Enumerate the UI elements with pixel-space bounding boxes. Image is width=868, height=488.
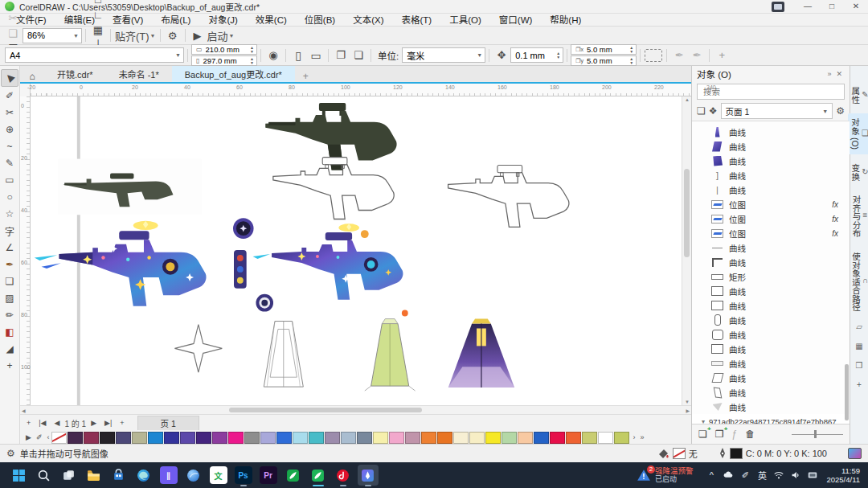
taskbar-photoshop-icon[interactable]: Ps bbox=[233, 465, 254, 486]
new-layer-icon[interactable]: ❏+ bbox=[698, 429, 707, 440]
pen-input-icon[interactable]: ✐ bbox=[738, 470, 752, 481]
page-width-field[interactable]: ▭ ▲▼ bbox=[191, 44, 257, 55]
color-swatch[interactable] bbox=[228, 432, 244, 444]
horizontal-scroll-thumb[interactable] bbox=[229, 408, 422, 412]
taskbar-app-green-2-icon[interactable] bbox=[308, 465, 329, 486]
horizontal-ruler[interactable]: -20020406080100120140160180200220240 bbox=[31, 84, 691, 96]
object-search-box[interactable] bbox=[697, 84, 845, 100]
color-swatch[interactable] bbox=[293, 432, 308, 444]
zoom-level-input[interactable] bbox=[26, 30, 72, 41]
welcome-screen-icon[interactable] bbox=[772, 2, 784, 12]
menu-item-9[interactable]: 表格(T) bbox=[394, 14, 440, 27]
color-swatch[interactable] bbox=[373, 432, 388, 444]
orange-dot[interactable] bbox=[402, 310, 408, 317]
taskbar-search-icon[interactable] bbox=[34, 465, 55, 486]
palette-flyout-arrow[interactable]: ▶ bbox=[23, 433, 34, 441]
next-page-button[interactable]: ▶ bbox=[88, 419, 100, 427]
tab-properties[interactable]: ✎属性 bbox=[848, 82, 868, 109]
object-row[interactable]: 曲线 bbox=[692, 385, 850, 400]
rectangle-tool[interactable]: ▭ bbox=[2, 172, 18, 188]
color-swatch[interactable] bbox=[180, 432, 195, 444]
document-tab-3[interactable]: Backup_of_aug更改.cdr* bbox=[172, 66, 295, 82]
page-height-field[interactable]: ▯ ▲▼ bbox=[191, 55, 257, 66]
color-swatch[interactable] bbox=[196, 432, 211, 444]
volume-icon[interactable] bbox=[788, 470, 803, 481]
stock-colored[interactable] bbox=[365, 319, 416, 392]
object-row[interactable]: 曲线 bbox=[692, 356, 850, 371]
taskbar-app-purple-icon[interactable]: ∥ bbox=[158, 465, 179, 486]
current-page-button[interactable]: ❏ bbox=[350, 47, 366, 63]
menu-item-3[interactable]: 查看(V) bbox=[104, 14, 151, 27]
tray-app-icon[interactable] bbox=[805, 470, 820, 481]
color-swatch[interactable] bbox=[357, 432, 372, 444]
portrait-button[interactable]: ▯ bbox=[290, 47, 306, 63]
prev-page-button[interactable]: ◀ bbox=[51, 419, 63, 427]
first-page-button[interactable]: |◀ bbox=[35, 419, 49, 427]
color-swatch[interactable] bbox=[453, 432, 469, 444]
object-row[interactable]: 曲线 bbox=[692, 125, 850, 139]
color-swatch[interactable] bbox=[550, 432, 565, 444]
options-gear-icon[interactable]: ⚙ bbox=[165, 28, 181, 43]
show-rulers-icon[interactable]: ∟ bbox=[90, 7, 106, 23]
launch-button[interactable]: 启动▼ bbox=[207, 28, 235, 43]
tab-fit-to-path[interactable]: ∩使对象适合路径 bbox=[849, 248, 868, 317]
rifle-skin-right[interactable] bbox=[253, 223, 403, 300]
new-master-layer-icon[interactable]: ❐+ bbox=[715, 429, 724, 440]
object-group-row[interactable]: ▾ 971adb22ar9487175c8914f7e7bb867... bbox=[692, 414, 850, 424]
menu-item-4[interactable]: 布局(L) bbox=[153, 14, 199, 27]
color-swatch[interactable] bbox=[341, 432, 356, 444]
horizontal-scrollbar[interactable]: ◀ ▶ bbox=[20, 405, 691, 414]
smart-fill-tool[interactable]: ◢ bbox=[2, 341, 18, 357]
clock[interactable]: 11:59 2025/4/11 bbox=[826, 466, 860, 484]
text-tool[interactable]: 字 bbox=[2, 223, 18, 239]
taskbar-wps-icon[interactable]: 文 bbox=[208, 465, 229, 486]
object-row[interactable]: 曲线 bbox=[692, 298, 850, 313]
menu-item-8[interactable]: 文本(X) bbox=[345, 14, 391, 27]
color-swatch[interactable] bbox=[614, 432, 629, 444]
color-swatch[interactable] bbox=[309, 432, 324, 444]
taskbar-premiere-icon[interactable]: Pr bbox=[258, 465, 279, 486]
color-swatch[interactable] bbox=[598, 432, 613, 444]
color-swatch[interactable] bbox=[421, 432, 436, 444]
object-row[interactable]: 曲线 bbox=[692, 240, 850, 255]
landscape-button[interactable]: ▭ bbox=[308, 47, 324, 63]
object-row[interactable]: 位图fx bbox=[692, 197, 850, 211]
color-swatch[interactable] bbox=[485, 432, 501, 444]
star-outline[interactable] bbox=[174, 325, 222, 373]
color-swatch[interactable] bbox=[502, 432, 517, 444]
show-grid-icon[interactable]: ▦ bbox=[90, 23, 106, 38]
object-row[interactable]: 位图fx bbox=[692, 211, 850, 226]
color-swatch[interactable] bbox=[437, 432, 452, 444]
crop-tool[interactable]: ✂ bbox=[2, 105, 18, 121]
page-select[interactable]: 页面 1▼ bbox=[721, 103, 833, 119]
launcher-icon[interactable]: ▶ bbox=[190, 28, 206, 43]
tab-palettes[interactable]: ▦ bbox=[854, 340, 864, 355]
autofit-page-button[interactable]: ◉ bbox=[265, 47, 281, 63]
layer-effects-icon[interactable]: ƒ bbox=[732, 429, 738, 440]
taskbar-file-explorer-icon[interactable] bbox=[84, 465, 104, 486]
draw-complex-2-icon[interactable]: ✒ bbox=[689, 47, 705, 63]
color-swatch[interactable] bbox=[389, 432, 404, 444]
wifi-icon[interactable] bbox=[772, 470, 786, 481]
menu-item-6[interactable]: 效果(C) bbox=[248, 14, 295, 27]
stock-gradient[interactable] bbox=[448, 319, 514, 388]
color-swatch[interactable] bbox=[469, 432, 485, 444]
color-swatch[interactable] bbox=[84, 432, 99, 444]
thumbnail-size-slider[interactable] bbox=[792, 430, 843, 438]
dimension-tool[interactable]: ∠ bbox=[2, 240, 18, 256]
tab-objects[interactable]: ❏对象 (O) bbox=[848, 113, 868, 154]
menu-item-10[interactable]: 工具(O) bbox=[441, 14, 489, 27]
cut-icon[interactable]: ✂ bbox=[4, 10, 22, 26]
add-page-button-2[interactable]: + bbox=[117, 419, 127, 427]
add-page-button[interactable]: + bbox=[23, 419, 34, 427]
docker-close-icon[interactable]: ✕ bbox=[833, 70, 845, 78]
shape-tool[interactable]: ✐ bbox=[2, 88, 18, 104]
onedrive-cloud-icon[interactable] bbox=[721, 470, 735, 481]
page-size-preset[interactable]: ▼ bbox=[5, 47, 184, 63]
object-row[interactable]: 位图fx bbox=[692, 226, 850, 240]
duplicate-x-field[interactable]: ❐x ▲▼ bbox=[571, 44, 637, 55]
interactive-fill-tool[interactable]: ◧ bbox=[2, 324, 18, 340]
color-swatch[interactable] bbox=[566, 432, 581, 444]
close-button[interactable]: ✕ bbox=[844, 0, 868, 13]
freehand-tool[interactable]: ~ bbox=[2, 138, 18, 154]
